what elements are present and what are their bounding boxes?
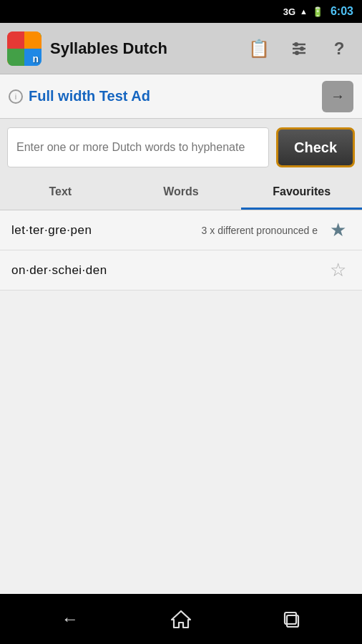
question-icon: ? xyxy=(334,39,345,59)
app-logo: n xyxy=(7,31,41,66)
status-bar: 3G ▲ 🔋 6:03 xyxy=(0,0,362,23)
battery-icon: 🔋 xyxy=(312,6,323,17)
result-note: 3 x different pronounced e xyxy=(202,225,318,236)
app-title: Syllables Dutch xyxy=(50,39,235,58)
result-word: let·ter·gre·pen xyxy=(11,223,202,238)
star-button-0[interactable]: ★ xyxy=(325,218,351,243)
home-icon xyxy=(170,608,192,630)
tab-words[interactable]: Words xyxy=(121,176,242,210)
clock: 6:03 xyxy=(331,5,353,18)
signal-indicator: 3G xyxy=(283,6,295,17)
clipboard-button[interactable]: 📋 xyxy=(243,33,275,64)
clipboard-icon: 📋 xyxy=(248,39,270,59)
recents-icon xyxy=(281,608,303,630)
back-button[interactable]: ← xyxy=(49,601,92,637)
results-list: let·ter·gre·pen 3 x different pronounced… xyxy=(0,210,362,291)
star-empty-icon: ☆ xyxy=(330,259,346,281)
svg-marker-6 xyxy=(172,611,190,628)
ad-info-icon: i xyxy=(9,89,23,104)
ad-banner: i Full width Test Ad → xyxy=(0,74,362,119)
ad-text: Full width Test Ad xyxy=(29,88,322,104)
input-area: Check xyxy=(0,119,362,176)
settings-button[interactable] xyxy=(283,33,315,64)
ad-arrow-button[interactable]: → xyxy=(322,81,353,112)
star-button-1[interactable]: ☆ xyxy=(325,258,351,283)
bottom-nav: ← xyxy=(0,594,362,644)
app-bar: n Syllables Dutch 📋 ? xyxy=(0,23,362,74)
word-input[interactable] xyxy=(7,127,269,167)
wifi-icon: ▲ xyxy=(300,7,308,16)
content-area xyxy=(0,291,362,644)
star-filled-icon: ★ xyxy=(330,219,346,241)
check-button[interactable]: Check xyxy=(276,127,355,167)
recents-button[interactable] xyxy=(270,601,313,637)
svg-point-5 xyxy=(295,51,299,55)
svg-point-3 xyxy=(300,47,304,51)
help-button[interactable]: ? xyxy=(323,33,355,64)
tab-text[interactable]: Text xyxy=(0,176,121,210)
tab-favourites[interactable]: Favourites xyxy=(241,176,362,210)
arrow-right-icon: → xyxy=(331,88,345,104)
sliders-icon xyxy=(290,39,308,58)
tabs-bar: Text Words Favourites xyxy=(0,176,362,210)
home-button[interactable] xyxy=(160,601,202,637)
back-icon: ← xyxy=(62,609,79,629)
table-row: on·der·schei·den ☆ xyxy=(0,250,362,291)
svg-point-1 xyxy=(294,42,298,47)
result-word: on·der·schei·den xyxy=(11,263,318,278)
table-row: let·ter·gre·pen 3 x different pronounced… xyxy=(0,210,362,250)
